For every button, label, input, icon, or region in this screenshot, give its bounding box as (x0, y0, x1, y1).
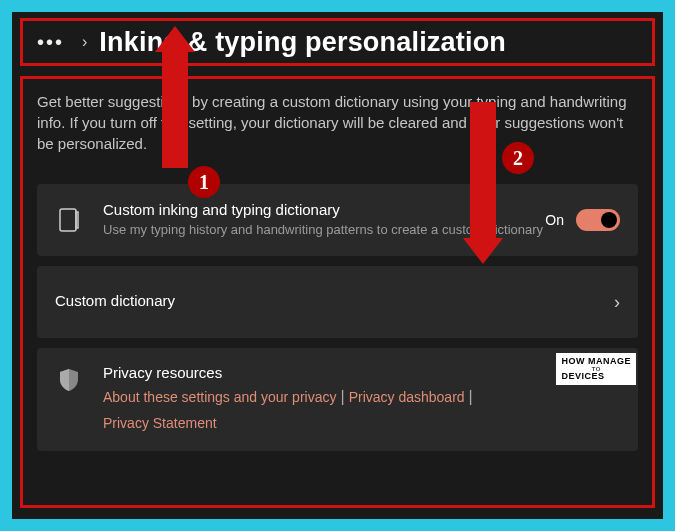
breadcrumb-bar: ••• › Inking & typing personalization (20, 18, 655, 66)
dictionary-link-title: Custom dictionary (55, 292, 614, 309)
chevron-right-icon: › (70, 33, 99, 51)
custom-dictionary-link-card[interactable]: Custom dictionary › (37, 266, 638, 338)
custom-dictionary-toggle-card: Custom inking and typing dictionary Use … (37, 184, 638, 256)
watermark: HOW MANAGE TO DEVICES (556, 353, 636, 385)
chevron-right-icon: › (614, 292, 620, 313)
separator: | (465, 388, 477, 405)
annotation-arrow-down (470, 102, 496, 242)
description-text: Get better suggestions by creating a cus… (37, 91, 638, 154)
annotation-number-2: 2 (502, 142, 534, 174)
dictionary-icon (55, 207, 83, 233)
link-about-privacy[interactable]: About these settings and your privacy (103, 389, 336, 405)
separator: | (336, 388, 348, 405)
privacy-resources-card: Privacy resources About these settings a… (37, 348, 638, 451)
more-icon[interactable]: ••• (31, 32, 70, 52)
svg-rect-0 (60, 209, 76, 231)
toggle-state-label: On (545, 212, 564, 228)
dictionary-toggle[interactable] (576, 209, 620, 231)
link-privacy-dashboard[interactable]: Privacy dashboard (349, 389, 465, 405)
shield-icon (55, 368, 83, 392)
privacy-title: Privacy resources (103, 364, 620, 381)
svg-rect-1 (76, 212, 78, 228)
link-privacy-statement[interactable]: Privacy Statement (103, 415, 217, 431)
annotation-number-1: 1 (188, 166, 220, 198)
content-panel: Get better suggestions by creating a cus… (20, 76, 655, 508)
annotation-arrow-up (162, 48, 188, 168)
